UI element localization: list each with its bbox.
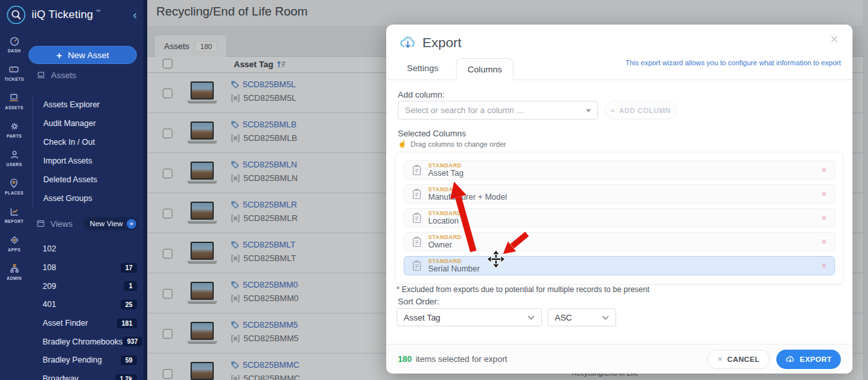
modal-title: Export [422,35,462,50]
menu-item-deleted-assets[interactable]: Deleted Assets [43,171,100,189]
clipboard-icon [412,213,422,224]
view-item-401[interactable]: 401 25 [43,295,137,314]
rail-item-parts[interactable]: PARTS [6,121,22,138]
plus-icon: + [127,219,136,229]
remove-column-icon[interactable]: × [822,189,827,199]
nav-rail: DASH TICKETS ASSETS PARTS USERS [0,36,28,280]
column-search-select[interactable]: Select or search for a column ... [398,101,598,120]
view-item-bradley-chromebooks[interactable]: Bradley Chromebooks 937 [43,332,137,351]
cloud-download-icon [785,355,795,363]
selected-columns-panel: STANDARD Asset Tag × STANDARD Manufactur… [395,152,843,284]
count-badge: 937 [123,337,143,346]
views-section-header: Views New View + [36,216,138,231]
menu-item-audit-manager[interactable]: Audit Manager [43,114,100,133]
cancel-button[interactable]: × CANCEL [707,350,770,369]
column-type-label: STANDARD [428,234,462,240]
rail-item-places[interactable]: PLACES [5,178,24,195]
map-pin-icon [8,178,19,189]
app-logo-row: iiQ Ticketing ™ ‹ [0,0,143,30]
remove-column-icon[interactable]: × [822,165,827,175]
column-type-label: STANDARD [428,162,464,169]
remove-column-icon[interactable]: × [822,260,827,271]
views-list: 102 108 17 209 1 401 25 Asset Finder 181… [43,240,137,380]
rail-item-apps[interactable]: APPS [8,235,20,252]
plus-icon: + [610,107,615,114]
column-row-location[interactable]: STANDARD Location × [404,208,835,227]
exclusion-note: * Excluded from exports due to potential… [397,285,650,294]
count-badge: 17 [121,263,137,273]
sidebar-collapse-icon[interactable]: ‹ [133,9,137,21]
plus-icon: + [56,50,62,61]
drag-hint: ☝ Drag columns to change order [398,140,506,148]
view-item-asset-finder[interactable]: Asset Finder 181 [43,314,137,333]
org-chart-icon [9,263,20,274]
column-row-owner[interactable]: STANDARD Owner × [404,232,835,251]
close-icon[interactable]: × [830,32,838,47]
view-item-broadway[interactable]: Broadway 1.2k [43,370,137,380]
column-row-manufacturer-model[interactable]: STANDARD Manufacturer + Model × [404,184,835,204]
ticket-icon [8,64,19,75]
clipboard-icon [412,165,422,176]
count-badge: 181 [117,319,137,328]
assets-section-header: Assets [36,70,76,80]
column-type-label: STANDARD [428,258,480,264]
clipboard-icon [412,237,422,248]
clipboard-icon [412,189,422,200]
remove-column-icon[interactable]: × [822,213,827,223]
sidebar: iiQ Ticketing ™ ‹ DASH TICKETS ASSETS PA… [0,0,147,380]
select-placeholder: Select or search for a column ... [405,105,524,115]
menu-item-check-in-out[interactable]: Check In / Out [43,133,100,152]
remove-column-icon[interactable]: × [822,237,827,247]
hand-pointer-icon: ☝ [398,140,407,148]
assets-menu: Assets Explorer Audit Manager Check In /… [32,96,100,208]
rail-item-tickets[interactable]: TICKETS [5,64,25,81]
clipboard-icon [412,260,422,271]
x-icon: × [718,354,723,364]
sort-order-label: Sort Order: [398,297,439,306]
new-view-button[interactable]: New View + [83,217,138,230]
caret-down-icon [586,109,591,112]
view-item-209[interactable]: 209 1 [43,277,137,295]
export-wizard-hint: This export wizard allows you to configu… [625,59,841,67]
report-chart-icon [9,206,20,217]
selected-count: 180 [398,354,412,364]
column-row-serial-number[interactable]: STANDARD Serial Number × [404,256,835,275]
count-badge: 1.2k [116,374,137,380]
user-icon [9,149,20,160]
app-title: iiQ Ticketing [32,8,93,21]
sort-field-select[interactable]: Asset Tag [397,308,542,326]
laptop-icon [8,92,19,103]
view-item-102[interactable]: 102 [43,240,137,259]
menu-item-asset-groups[interactable]: Asset Groups [43,189,100,208]
tab-settings[interactable]: Settings [407,63,439,73]
rail-item-admin[interactable]: ADMIN [6,263,21,280]
new-asset-button[interactable]: + New Asset [28,46,137,64]
add-column-label: Add column: [398,90,444,100]
add-column-button[interactable]: + ADD COLUMN [604,101,677,120]
count-badge: 25 [121,300,137,310]
selected-columns-label: Selected Columns [398,129,466,138]
column-type-label: STANDARD [428,186,507,193]
app-logo-icon [6,5,26,25]
view-item-108[interactable]: 108 17 [43,259,137,277]
count-badge: 59 [121,355,137,365]
column-type-label: STANDARD [428,210,462,216]
export-button[interactable]: EXPORT [776,350,841,369]
rail-item-dash[interactable]: DASH [8,36,21,53]
tab-columns[interactable]: Columns [456,58,513,80]
modal-footer: 180 items selected for export × CANCEL E… [386,344,852,374]
export-modal: Export × This export wizard allows you t… [386,25,852,374]
chevron-down-icon [603,313,609,320]
menu-item-import-assets[interactable]: Import Assets [43,152,100,171]
trademark: ™ [96,9,100,14]
sort-direction-select[interactable]: ASC [548,308,616,326]
gauge-icon [9,36,20,47]
cloud-download-icon [399,34,417,50]
menu-item-assets-explorer[interactable]: Assets Explorer [43,96,100,114]
chevron-down-icon [528,313,535,320]
column-row-asset-tag[interactable]: STANDARD Asset Tag × [404,160,835,180]
rail-item-assets[interactable]: ASSETS [5,92,23,110]
rail-item-report[interactable]: REPORT [5,206,24,224]
rail-item-users[interactable]: USERS [6,149,22,167]
view-item-bradley-pending[interactable]: Bradley Pending 59 [43,351,137,370]
